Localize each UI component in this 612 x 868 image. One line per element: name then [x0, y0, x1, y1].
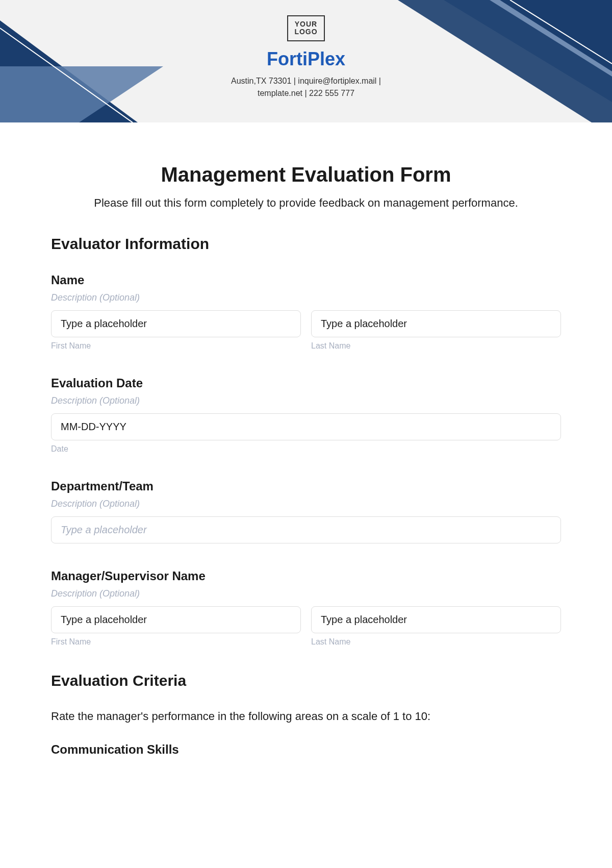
form-title: Management Evaluation Form	[51, 163, 561, 186]
sublabel-mgr-first: First Name	[51, 637, 301, 647]
form-subtitle: Please fill out this form completely to …	[51, 196, 561, 210]
field-department: Department/Team Description (Optional)	[51, 479, 561, 543]
first-name-input[interactable]	[51, 310, 301, 337]
label-department: Department/Team	[51, 479, 561, 493]
brand-name: FortiPlex	[0, 48, 612, 70]
label-name: Name	[51, 273, 561, 287]
section-evaluator-info: Evaluator Information	[51, 235, 561, 253]
header-banner: YOUR LOGO FortiPlex Austin,TX 73301 | in…	[0, 0, 612, 122]
sublabel-date: Date	[51, 444, 561, 454]
date-input[interactable]	[51, 413, 561, 440]
desc-name: Description (Optional)	[51, 292, 561, 303]
section-evaluation-criteria: Evaluation Criteria	[51, 672, 561, 689]
label-manager: Manager/Supervisor Name	[51, 569, 561, 583]
sublabel-last-name: Last Name	[311, 341, 561, 351]
field-name: Name Description (Optional) First Name L…	[51, 273, 561, 351]
desc-manager: Description (Optional)	[51, 588, 561, 599]
department-input[interactable]	[51, 516, 561, 543]
form-body: Management Evaluation Form Please fill o…	[0, 122, 612, 777]
logo-placeholder: YOUR LOGO	[287, 15, 324, 41]
criteria-intro: Rate the manager's performance in the fo…	[51, 710, 561, 723]
sublabel-first-name: First Name	[51, 341, 301, 351]
manager-first-name-input[interactable]	[51, 606, 301, 633]
manager-last-name-input[interactable]	[311, 606, 561, 633]
criteria-communication: Communication Skills	[51, 742, 561, 757]
label-date: Evaluation Date	[51, 376, 561, 390]
field-manager-name: Manager/Supervisor Name Description (Opt…	[51, 569, 561, 647]
desc-department: Description (Optional)	[51, 499, 561, 509]
field-evaluation-date: Evaluation Date Description (Optional) D…	[51, 376, 561, 454]
sublabel-mgr-last: Last Name	[311, 637, 561, 647]
contact-info: Austin,TX 73301 | inquire@fortiplex.mail…	[0, 75, 612, 100]
desc-date: Description (Optional)	[51, 395, 561, 406]
last-name-input[interactable]	[311, 310, 561, 337]
